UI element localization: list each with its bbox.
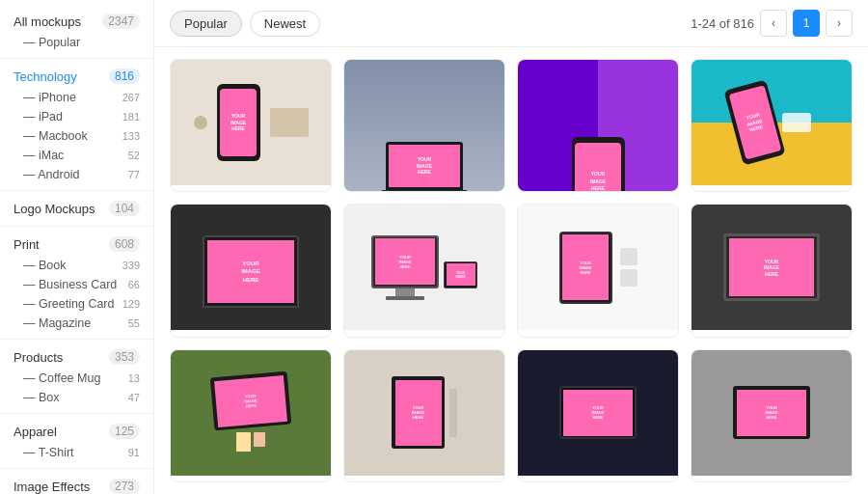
card-dark-tablet[interactable]: YOURIMAGEHERE [517, 349, 679, 482]
card-image: YOURIMAGEHERE [344, 60, 504, 192]
sidebar-item-imac[interactable]: — iMac 52 [0, 146, 153, 165]
card-body: iMac and iPad on Desk Mockup [344, 330, 504, 337]
sidebar-item-apparel[interactable]: Apparel 125 [0, 420, 153, 443]
card-body [518, 476, 678, 482]
card-iphone-colorful[interactable]: YOURIMAGEHERE iPhone X on Colorful Backg… [691, 59, 853, 192]
card-body: iPhone X on Colorful Background Mockup [692, 185, 852, 192]
sidebar-item-business-card[interactable]: — Business Card 66 [0, 275, 153, 294]
divider [0, 339, 153, 340]
main-content: Popular Newest 1-24 of 816 ‹ 1 › YOURIMA… [154, 0, 868, 494]
sidebar-item-image-effects[interactable]: Image Effects 273 [0, 475, 153, 494]
divider [0, 226, 153, 227]
card-image: YOURIMAGEHERE [171, 60, 331, 185]
pagination-next[interactable]: › [826, 10, 853, 37]
card-portrait-iphone[interactable]: YOURIMAGEHEREm✦ Portrait iPhone X on Col… [517, 59, 679, 192]
card-ipad-white-desk[interactable]: YOURIMAGEHERE iPad Pro on White Desk Moc… [517, 204, 679, 337]
sidebar-item-products[interactable]: Products 353 [0, 345, 153, 369]
divider [0, 468, 153, 469]
card-body: iPhone X on Keyboard Mockup [171, 185, 331, 192]
card-image: YOURIMAGEHERE [518, 205, 678, 330]
tab-group: Popular Newest [170, 11, 320, 37]
toolbar: Popular Newest 1-24 of 816 ‹ 1 › [154, 0, 868, 47]
card-woman-macbook[interactable]: YOURIMAGEHERE Woman Working with Macbook… [343, 59, 505, 192]
card-body [692, 330, 852, 337]
pagination-prev[interactable]: ‹ [760, 10, 787, 37]
card-image: YOURIMAGEHERE [344, 350, 504, 476]
sidebar-item-technology[interactable]: Technology 816 [0, 65, 153, 88]
card-body [692, 476, 852, 482]
sidebar-item-iphone[interactable]: — iPhone 267 [0, 88, 153, 107]
sidebar-item-greeting-card[interactable]: — Greeting Card 129 [0, 294, 153, 314]
card-image: YOURIMAGEHERE [518, 350, 678, 476]
card-image: YOURIMAGEHERE [171, 350, 331, 476]
card-body: Closeup Macbook Screen Mockup Generator [171, 330, 331, 337]
card-body: iPad Pro on White Desk Mockup [518, 330, 678, 337]
sidebar-item-android[interactable]: — Android 77 [0, 165, 153, 184]
sidebar-item-logo-mockups[interactable]: Logo Mockups 104 [0, 197, 153, 220]
sidebar-item-print[interactable]: Print 608 [0, 233, 153, 256]
card-gray[interactable]: YOURIMAGEHERE [691, 349, 853, 482]
sidebar-item-all-mockups[interactable]: All mockups 2347 [0, 10, 153, 33]
sidebar: All mockups 2347 — Popular Technology 81… [0, 0, 154, 494]
divider [0, 190, 153, 191]
sidebar-item-book[interactable]: — Book 339 [0, 256, 153, 275]
sidebar-item-tshirt[interactable]: — T-Shirt 91 [0, 443, 153, 462]
sidebar-item-magazine[interactable]: — Magazine 55 [0, 314, 153, 333]
sidebar-item-box[interactable]: — Box 47 [0, 388, 153, 407]
pagination-info: 1-24 of 816 [691, 16, 754, 31]
divider [0, 58, 153, 59]
card-macbook-screen[interactable]: YOURIMAGEHERE Closeup Macbook Screen Moc… [170, 204, 332, 337]
card-body: Man Using Surface Pro Tablet Mockup [344, 476, 504, 482]
card-grass[interactable]: YOURIMAGEHERE [170, 349, 332, 482]
sidebar-item-ipad[interactable]: — iPad 181 [0, 107, 153, 126]
sidebar-item-coffee-mug[interactable]: — Coffee Mug 13 [0, 369, 153, 388]
card-image: YOURIMAGEHERE YOURIMAGE [344, 205, 504, 330]
card-iphone-keyboard[interactable]: YOURIMAGEHERE iPhone X on Keyboard Mocku… [170, 59, 332, 192]
card-man-surface[interactable]: YOURIMAGEHERE Man Using Surface Pro Tabl… [343, 349, 505, 482]
mockup-grid: YOURIMAGEHERE iPhone X on Keyboard Mocku… [154, 47, 868, 494]
pagination-current[interactable]: 1 [793, 10, 820, 37]
card-image: YOURIMAGEHERE [692, 60, 852, 185]
card-image: YOURIMAGEHERE [692, 350, 852, 476]
pagination: 1-24 of 816 ‹ 1 › [691, 10, 853, 37]
sidebar-item-macbook[interactable]: — Macbook 133 [0, 126, 153, 146]
card-body [171, 476, 331, 482]
sidebar-item-popular[interactable]: — Popular [0, 33, 153, 52]
card-image: YOURIMAGEHERE [692, 205, 852, 330]
divider [0, 413, 153, 414]
card-imac-ipad[interactable]: YOURIMAGEHERE YOURIMAGE iMac and iPad on… [343, 204, 505, 337]
tab-popular[interactable]: Popular [170, 11, 242, 37]
card-frame-dark[interactable]: YOURIMAGEHERE [691, 204, 853, 337]
tab-newest[interactable]: Newest [250, 11, 320, 37]
card-image: YOURIMAGEHERE [171, 205, 331, 330]
card-image: YOURIMAGEHEREm✦ [518, 60, 678, 192]
